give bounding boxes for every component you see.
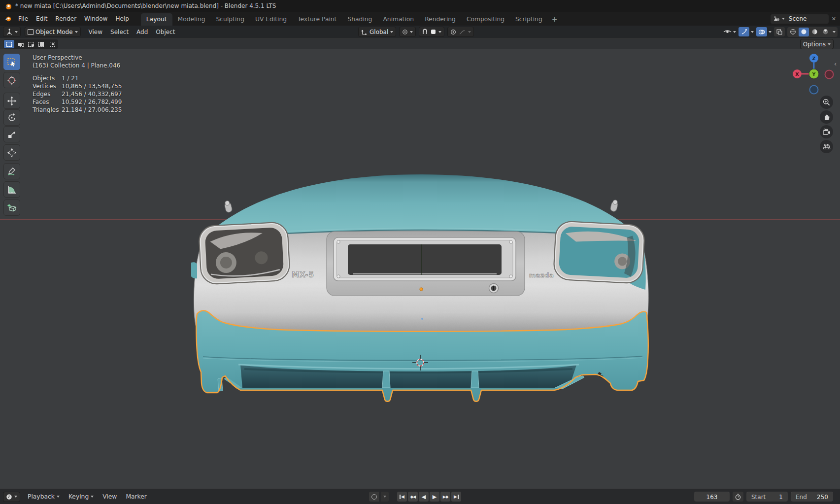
current-frame-field[interactable]: 163 xyxy=(694,492,730,502)
camera-view-button[interactable] xyxy=(820,125,833,138)
shading-material-button[interactable] xyxy=(809,28,820,36)
menu-render[interactable]: Render xyxy=(51,13,80,24)
show-gizmo-toggle[interactable] xyxy=(739,27,749,36)
move-tool-icon xyxy=(7,96,17,106)
scene-selector[interactable]: Scene xyxy=(770,14,829,24)
shading-solid-button[interactable] xyxy=(799,28,809,36)
menu-object[interactable]: Object xyxy=(152,27,179,37)
badge-mx5: MX-5 xyxy=(292,270,314,279)
scene-unlink-button[interactable]: ✕ xyxy=(832,16,836,22)
trunk-keyhole xyxy=(489,284,499,293)
chevron-down-icon xyxy=(75,31,78,33)
sidebar-toggle-arrow[interactable]: ‹ xyxy=(834,60,837,67)
proportional-edit-icon[interactable] xyxy=(450,29,456,35)
snap-magnet-icon[interactable] xyxy=(422,29,428,35)
jump-to-start-button[interactable]: ◀ xyxy=(397,492,407,502)
use-preview-range-button[interactable] xyxy=(733,492,743,502)
menu-file[interactable]: File xyxy=(14,13,32,24)
end-frame-field[interactable]: End 250 xyxy=(791,492,833,502)
cursor-3d xyxy=(412,354,429,371)
menu-help[interactable]: Help xyxy=(111,13,133,24)
editor-type-button[interactable] xyxy=(3,27,21,37)
tab-shading[interactable]: Shading xyxy=(342,13,377,26)
shading-rendered-button[interactable] xyxy=(820,28,831,36)
gizmo-x-neg-axis[interactable] xyxy=(825,70,834,79)
zoom-view-button[interactable] xyxy=(820,96,833,109)
tab-scripting[interactable]: Scripting xyxy=(510,13,548,26)
start-frame-field[interactable]: Start 1 xyxy=(746,492,788,502)
auto-keying-dropdown[interactable] xyxy=(381,492,389,502)
menu-select[interactable]: Select xyxy=(106,27,133,37)
chevron-down-icon xyxy=(14,496,17,498)
chevron-down-icon xyxy=(383,496,386,498)
keying-label: Keying xyxy=(68,493,89,500)
timeline-menu-keying[interactable]: Keying xyxy=(64,491,98,502)
menu-window[interactable]: Window xyxy=(80,13,111,24)
chevron-down-icon xyxy=(410,31,413,33)
show-overlays-toggle[interactable] xyxy=(756,27,767,36)
xray-toggle[interactable] xyxy=(774,27,785,36)
material-sphere-icon xyxy=(811,29,818,35)
snap-target-icon[interactable] xyxy=(431,30,436,34)
blender-menu-icon[interactable] xyxy=(4,16,12,22)
select-mode-intersect-button[interactable] xyxy=(47,40,58,48)
auto-keying-toggle[interactable] xyxy=(369,492,379,502)
tool-transform[interactable] xyxy=(3,144,20,161)
tool-select-box[interactable] xyxy=(3,54,20,70)
select-mode-invert-button[interactable] xyxy=(36,40,47,48)
taillight-right xyxy=(553,221,645,283)
tab-rendering[interactable]: Rendering xyxy=(419,13,461,26)
tab-compositing[interactable]: Compositing xyxy=(461,13,510,26)
z-axis-line xyxy=(420,49,420,176)
add-workspace-button[interactable]: + xyxy=(548,14,562,26)
proportional-edit-cluster xyxy=(447,27,474,37)
jump-to-end-button[interactable]: ▶ xyxy=(451,492,461,502)
tab-texture-paint[interactable]: Texture Paint xyxy=(292,13,342,26)
options-dropdown[interactable]: Options xyxy=(800,39,834,49)
menu-edit[interactable]: Edit xyxy=(32,13,51,24)
blender-window: * new miata [C:\Users\Admind\Documents\b… xyxy=(0,0,840,504)
menu-add[interactable]: Add xyxy=(133,27,152,37)
left-triangle-icon: ◀ xyxy=(401,494,404,499)
menu-view[interactable]: View xyxy=(85,27,106,37)
select-mode-extend-button[interactable] xyxy=(15,40,25,48)
visibility-eye-icon[interactable] xyxy=(723,29,732,35)
tab-modeling[interactable]: Modeling xyxy=(172,13,211,26)
tab-animation[interactable]: Animation xyxy=(377,13,419,26)
play-button[interactable]: ▶ xyxy=(430,492,439,502)
jump-prev-keyframe-button[interactable]: ◆◀ xyxy=(408,492,418,502)
tool-annotate[interactable] xyxy=(3,163,20,179)
shading-wireframe-button[interactable] xyxy=(788,28,798,36)
timeline-menu-marker[interactable]: Marker xyxy=(121,491,151,502)
select-extend-icon2 xyxy=(20,43,24,47)
mode-dropdown[interactable]: Object Mode xyxy=(25,27,81,37)
measure-tool-icon xyxy=(7,185,17,195)
select-mode-new-button[interactable] xyxy=(4,40,14,48)
tab-sculpting[interactable]: Sculpting xyxy=(211,13,250,26)
play-reverse-button[interactable]: ◀ xyxy=(419,492,429,502)
tab-uv-editing[interactable]: UV Editing xyxy=(250,13,292,26)
gizmo-z-neg-axis[interactable] xyxy=(810,86,818,94)
tool-cursor[interactable] xyxy=(3,72,20,88)
select-subtract-icon2 xyxy=(32,44,34,46)
pivot-dropdown[interactable] xyxy=(399,27,416,37)
pan-view-button[interactable] xyxy=(820,110,833,124)
viewport-canvas[interactable]: MX-5 mazda xyxy=(0,49,840,489)
orientation-dropdown[interactable]: Global xyxy=(358,27,396,37)
timeline-menu-view[interactable]: View xyxy=(98,491,121,502)
jump-next-keyframe-button[interactable]: ▶◆ xyxy=(440,492,450,502)
timeline-editor-type-button[interactable] xyxy=(3,492,20,502)
tab-layout[interactable]: Layout xyxy=(141,13,172,26)
tool-rotate[interactable] xyxy=(3,109,20,126)
navigation-gizmo[interactable]: Z X Y xyxy=(792,51,837,97)
tool-move[interactable] xyxy=(3,93,20,109)
tool-add-cube[interactable] xyxy=(3,200,20,216)
stat-label: Faces xyxy=(33,98,62,106)
falloff-curve-icon[interactable] xyxy=(459,29,465,35)
ortho-grid-button[interactable] xyxy=(820,140,833,153)
tool-scale[interactable] xyxy=(3,126,20,142)
tool-measure[interactable] xyxy=(3,181,20,198)
hand-icon xyxy=(823,113,830,121)
timeline-menu-playback[interactable]: Playback xyxy=(23,491,64,502)
select-mode-subtract-button[interactable] xyxy=(26,40,36,48)
